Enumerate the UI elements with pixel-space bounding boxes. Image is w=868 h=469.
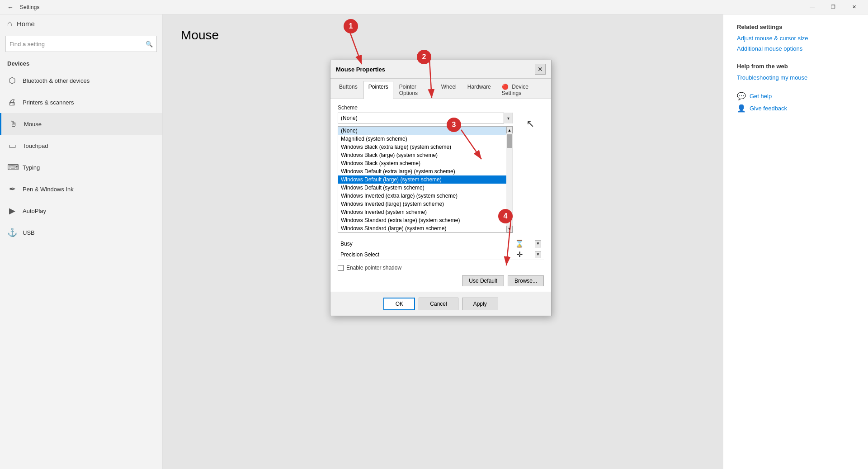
related-settings-heading: Related settings: [737, 24, 854, 30]
link-additional-options[interactable]: Additional mouse options: [737, 45, 854, 52]
cursor-row-busy: Busy ⌛ ▼: [338, 238, 544, 249]
window-title: Settings: [20, 4, 802, 10]
action-give-feedback[interactable]: 👤 Give feedback: [737, 104, 854, 113]
maximize-button[interactable]: ❐: [823, 0, 844, 14]
sidebar: ⌂ Home 🔍 Devices ⬡ Bluetooth & other dev…: [0, 14, 163, 469]
precision-scrollbar-btn[interactable]: ▼: [535, 251, 541, 258]
dialog-title: Mouse Properties: [336, 66, 385, 73]
scrollbar-up[interactable]: ▲: [506, 127, 513, 133]
bluetooth-icon: ⬡: [7, 76, 17, 85]
dialog-titlebar: Mouse Properties ✕: [330, 60, 551, 79]
sidebar-item-label-mouse: Mouse: [24, 121, 42, 128]
typing-icon: ⌨: [7, 162, 17, 172]
sidebar-item-autoplay[interactable]: ▶ AutoPlay: [0, 200, 162, 222]
busy-scrollbar-btn[interactable]: ▼: [535, 240, 541, 247]
title-bar: ← Settings — ❐ ✕: [0, 0, 868, 14]
cursor-precision-label: Precision Select: [340, 251, 506, 258]
scheme-option-win-inverted[interactable]: Windows Inverted (system scheme): [338, 208, 506, 216]
link-troubleshoot[interactable]: Troubleshooting my mouse: [737, 74, 854, 81]
sidebar-item-label-pen: Pen & Windows Ink: [23, 186, 74, 193]
window-controls: — ❐ ✕: [802, 0, 864, 14]
actions-section: 💬 Get help 👤 Give feedback: [737, 92, 854, 113]
cursor-busy-label: Busy: [340, 241, 506, 247]
sidebar-item-label-usb: USB: [23, 229, 35, 236]
tab-pointer-options[interactable]: Pointer Options: [394, 81, 435, 99]
search-input[interactable]: [6, 41, 142, 47]
close-button[interactable]: ✕: [844, 0, 864, 14]
back-button[interactable]: ←: [4, 0, 17, 14]
cursor-preview-pointer: ↖: [526, 118, 534, 130]
usb-icon: ⚓: [7, 227, 17, 237]
autoplay-icon: ▶: [7, 206, 17, 216]
sidebar-item-usb[interactable]: ⚓ USB: [0, 222, 162, 243]
sidebar-home[interactable]: ⌂ Home: [0, 14, 162, 33]
scheme-label: Scheme: [338, 104, 544, 111]
give-feedback-label: Give feedback: [750, 105, 787, 112]
tab-wheel[interactable]: Wheel: [436, 81, 462, 99]
sidebar-item-touchpad[interactable]: ▭ Touchpad: [0, 135, 162, 156]
scrollbar-track: [506, 133, 513, 226]
list-scrollbar[interactable]: ▲ ▼: [506, 127, 513, 232]
scheme-option-win-standard-xl[interactable]: Windows Standard (extra large) (system s…: [338, 216, 506, 224]
sidebar-item-label-touchpad: Touchpad: [23, 142, 48, 149]
dialog-tabs: Buttons Pointers Pointer Options Wheel H…: [330, 79, 551, 99]
scheme-option-none[interactable]: (None): [338, 127, 506, 135]
pointer-action-buttons: Use Default Browse...: [338, 275, 544, 286]
sidebar-item-typing[interactable]: ⌨ Typing: [0, 156, 162, 178]
scheme-option-magnified[interactable]: Magnified (system scheme): [338, 135, 506, 143]
scheme-options: (None) Magnified (system scheme) Windows…: [338, 127, 506, 232]
sidebar-item-printers[interactable]: 🖨 Printers & scanners: [0, 91, 162, 113]
dialog-footer: OK Cancel Apply: [330, 292, 551, 316]
get-help-label: Get help: [750, 93, 772, 99]
action-get-help[interactable]: 💬 Get help: [737, 92, 854, 100]
sidebar-item-label-bluetooth: Bluetooth & other devices: [23, 77, 90, 84]
scheme-option-win-default-l[interactable]: Windows Default (large) (system scheme): [338, 175, 506, 184]
scheme-option-win-black-l[interactable]: Windows Black (large) (system scheme): [338, 151, 506, 159]
scheme-list: (None) Magnified (system scheme) Windows…: [338, 126, 513, 233]
dialog-body: Scheme (None) ▾ (None): [330, 99, 551, 292]
mouse-icon: 🖱: [9, 119, 19, 129]
scrollbar-down[interactable]: ▼: [506, 226, 513, 232]
printers-icon: 🖨: [7, 98, 17, 107]
scheme-option-win-standard-l[interactable]: Windows Standard (large) (system scheme): [338, 224, 506, 232]
scheme-option-win-inverted-l[interactable]: Windows Inverted (large) (system scheme): [338, 200, 506, 208]
scheme-option-win-black[interactable]: Windows Black (system scheme): [338, 159, 506, 167]
get-help-icon: 💬: [737, 92, 746, 100]
browse-button[interactable]: Browse...: [508, 275, 544, 286]
tab-device-settings[interactable]: 🔴 Device Settings: [497, 81, 547, 99]
scheme-dropdown[interactable]: (None) ▾: [338, 113, 513, 123]
mouse-properties-dialog: Mouse Properties ✕ Buttons Pointers Poin…: [330, 60, 552, 316]
ok-button[interactable]: OK: [383, 298, 415, 310]
shadow-label: Enable pointer shadow: [346, 265, 401, 271]
touchpad-icon: ▭: [7, 141, 17, 151]
sidebar-search-box[interactable]: 🔍: [5, 36, 157, 52]
right-panel: Related settings Adjust mouse & cursor s…: [723, 14, 868, 469]
tab-hardware[interactable]: Hardware: [462, 81, 496, 99]
minimize-button[interactable]: —: [802, 0, 823, 14]
scheme-dropdown-arrow[interactable]: ▾: [504, 113, 513, 123]
cursor-rows: Busy ⌛ ▼ Precision Select ✛ ▼: [338, 238, 544, 260]
sidebar-item-pen[interactable]: ✒ Pen & Windows Ink: [0, 178, 162, 200]
shadow-checkbox[interactable]: [338, 265, 344, 271]
tab-buttons[interactable]: Buttons: [334, 81, 363, 99]
sidebar-home-label: Home: [17, 20, 35, 28]
apply-button[interactable]: Apply: [462, 298, 498, 310]
sidebar-item-mouse[interactable]: 🖱 Mouse: [0, 113, 162, 135]
shadow-row: Enable pointer shadow: [338, 265, 544, 271]
scheme-option-win-default[interactable]: Windows Default (system scheme): [338, 184, 506, 192]
dialog-close-button[interactable]: ✕: [535, 64, 546, 75]
scheme-option-win-inverted-xl[interactable]: Windows Inverted (extra large) (system s…: [338, 192, 506, 200]
cancel-button[interactable]: Cancel: [419, 298, 458, 310]
cursor-busy-icon: ⌛: [506, 239, 533, 248]
sidebar-item-label-autoplay: AutoPlay: [23, 208, 46, 214]
sidebar-item-bluetooth[interactable]: ⬡ Bluetooth & other devices: [0, 70, 162, 91]
sidebar-item-label-printers: Printers & scanners: [23, 99, 74, 106]
link-adjust-cursor[interactable]: Adjust mouse & cursor size: [737, 35, 854, 42]
use-default-button[interactable]: Use Default: [462, 275, 504, 286]
content-area: Mouse Mouse Properties ✕ Buttons Pointer…: [163, 14, 723, 469]
scheme-option-win-black-xl[interactable]: Windows Black (extra large) (system sche…: [338, 143, 506, 151]
scrollbar-thumb[interactable]: [507, 134, 512, 148]
tab-pointers[interactable]: Pointers: [363, 81, 393, 99]
help-section: Help from the web Troubleshooting my mou…: [737, 63, 854, 81]
scheme-option-win-default-xl[interactable]: Windows Default (extra large) (system sc…: [338, 167, 506, 175]
